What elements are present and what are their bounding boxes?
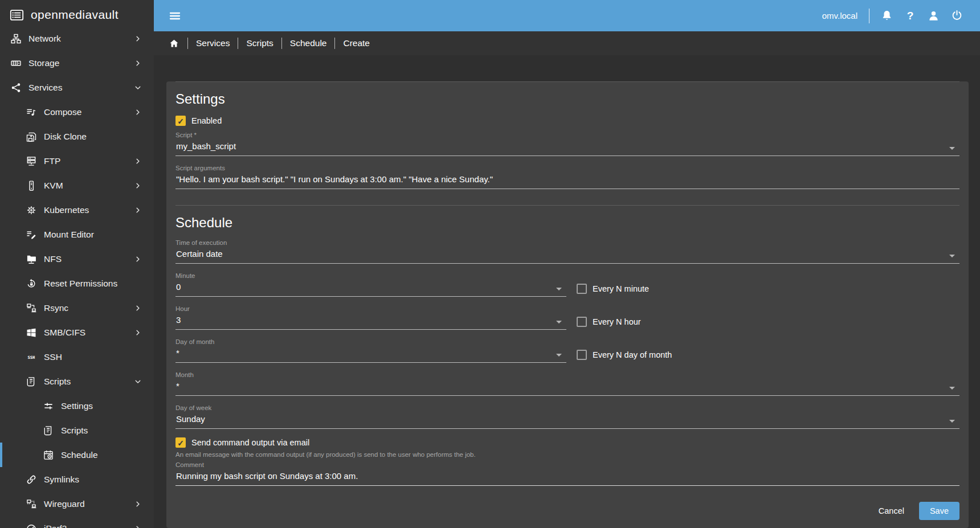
script-select-field[interactable]: Script * my_bash_script: [175, 132, 959, 156]
script-arguments-value: "Hello. I am your bash script." "I run o…: [176, 174, 493, 184]
save-button[interactable]: Save: [919, 502, 959, 520]
lan-icon: [10, 33, 22, 44]
hour-field[interactable]: Hour 3: [175, 305, 566, 330]
chevron-right-icon: [134, 35, 142, 43]
section-divider: [175, 81, 959, 82]
month-field[interactable]: Month *: [175, 371, 959, 396]
comment-field[interactable]: Comment Running my bash script on Sunday…: [175, 461, 959, 486]
sidebar-item-nfs[interactable]: NFS: [0, 247, 154, 271]
folder-network-icon: [26, 253, 37, 265]
help-button[interactable]: [899, 9, 922, 22]
day-of-month-value: *: [176, 348, 179, 358]
breadcrumb-item-create[interactable]: Create: [343, 38, 370, 48]
every-n-day-of-month-checkbox[interactable]: Every N day of month: [577, 350, 672, 360]
month-label: Month: [175, 371, 959, 378]
breadcrumb-item-services[interactable]: Services: [196, 38, 230, 48]
breadcrumb-separator: [187, 38, 188, 49]
sidebar-item-label: Wireguard: [44, 499, 85, 509]
breadcrumb-separator: [238, 38, 238, 49]
breadcrumb-item-schedule[interactable]: Schedule: [290, 38, 327, 48]
checkbox-icon: ✓: [175, 437, 186, 448]
sidebar-item-ssh[interactable]: SSH: [0, 345, 154, 369]
script-icon: [26, 376, 37, 387]
every-n-minute-checkbox[interactable]: Every N minute: [577, 284, 649, 294]
playlist-music-icon: [26, 107, 37, 118]
sidebar-item-ftp[interactable]: FTP: [0, 149, 154, 173]
floppy-multiple-icon: [26, 131, 37, 142]
sidebar-item-mount-editor[interactable]: Mount Editor: [0, 222, 154, 247]
sidebar-item-wireguard[interactable]: Wireguard: [0, 492, 154, 516]
topbar-divider: [869, 9, 869, 23]
comment-control: Running my bash script on Sundays at 3:0…: [175, 470, 959, 486]
send-email-checkbox[interactable]: ✓ Send command output via email: [175, 437, 959, 448]
sidebar-item-label: NFS: [44, 254, 62, 264]
checkbox-icon: [577, 350, 587, 360]
sidebar-item-label: Rsync: [44, 303, 68, 313]
sidebar-item-label: SMB/CIFS: [44, 328, 85, 338]
sidebar-item-iperf3[interactable]: iPerf3: [0, 516, 154, 528]
script-icon: [43, 425, 54, 436]
sidebar-item-symlinks[interactable]: Symlinks: [0, 467, 154, 492]
settings-section-title: Settings: [175, 91, 959, 107]
day-of-week-field[interactable]: Day of week Sunday: [175, 404, 959, 429]
sidebar-item-scripts[interactable]: Scripts: [0, 418, 154, 443]
sidebar-item-label: iPerf3: [44, 523, 67, 528]
time-of-execution-field[interactable]: Time of execution Certain date: [175, 239, 959, 264]
chevron-right-icon: [134, 157, 142, 165]
sidebar-item-compose[interactable]: Compose: [0, 100, 154, 124]
minute-value: 0: [176, 282, 181, 292]
minute-field[interactable]: Minute 0: [175, 272, 566, 297]
sidebar-item-label: KVM: [44, 181, 63, 191]
home-icon[interactable]: [169, 38, 179, 49]
sidebar-item-kubernetes[interactable]: Kubernetes: [0, 198, 154, 222]
sidebar-item-smb-cifs[interactable]: SMB/CIFS: [0, 320, 154, 345]
breadcrumb-item-scripts[interactable]: Scripts: [246, 38, 273, 48]
enabled-checkbox[interactable]: ✓ Enabled: [175, 116, 959, 126]
topbar: omv.local: [154, 0, 980, 31]
app-logo[interactable]: openmediavault: [0, 0, 154, 30]
sidebar-item-scripts[interactable]: Scripts: [0, 369, 154, 394]
sidebar-item-rsync[interactable]: Rsync: [0, 296, 154, 320]
sidebar-item-reset-permissions[interactable]: Reset Permissions: [0, 271, 154, 296]
sidebar-item-schedule[interactable]: Schedule: [0, 443, 154, 467]
minute-row: Minute 0 Every N minute: [175, 272, 959, 305]
sidebar-item-label: Services: [28, 83, 62, 93]
account-button[interactable]: [922, 9, 945, 22]
sidebar-item-disk-clone[interactable]: Disk Clone: [0, 124, 154, 149]
topbar-icons: [875, 9, 969, 22]
sidebar-item-label: Kubernetes: [44, 205, 89, 215]
month-control: *: [175, 380, 959, 396]
server-network-icon: [26, 155, 37, 167]
script-arguments-label: Script arguments: [175, 165, 959, 171]
sidebar-item-storage[interactable]: Storage: [0, 51, 154, 75]
sidebar-item-label: Settings: [61, 401, 93, 411]
menu-icon: [168, 9, 182, 23]
chevron-right-icon: [134, 500, 142, 508]
comment-value: Running my bash script on Sundays at 3:0…: [176, 471, 358, 481]
sidebar-item-services[interactable]: Services: [0, 75, 154, 100]
day-of-week-value: Sunday: [176, 414, 205, 424]
power-button[interactable]: [945, 9, 969, 22]
sidebar-item-label: SSH: [44, 352, 62, 362]
script-select-value: my_bash_script: [176, 141, 236, 151]
hour-label: Hour: [175, 305, 566, 312]
ssh-icon: [26, 351, 37, 363]
day-of-month-field[interactable]: Day of month *: [175, 338, 566, 363]
bell-button[interactable]: [875, 9, 899, 22]
day-of-month-control: *: [175, 347, 566, 363]
sidebar-item-kvm[interactable]: KVM: [0, 173, 154, 198]
sidebar-item-network[interactable]: Network: [0, 26, 154, 51]
time-of-execution-value: Certain date: [176, 249, 223, 259]
month-value: *: [176, 381, 179, 391]
script-arguments-field[interactable]: Script arguments "Hello. I am your bash …: [175, 165, 959, 189]
tune-icon: [43, 400, 54, 412]
every-n-hour-checkbox[interactable]: Every N hour: [577, 317, 641, 327]
sidebar-item-label: Scripts: [44, 376, 71, 387]
sidebar-item-settings[interactable]: Settings: [0, 394, 154, 418]
enabled-checkbox-label: Enabled: [191, 116, 222, 125]
ship-wheel-icon: [26, 204, 37, 216]
menu-button[interactable]: [168, 9, 182, 23]
sidebar-item-label: Mount Editor: [44, 230, 94, 240]
cancel-button[interactable]: Cancel: [869, 502, 913, 520]
time-of-execution-control: Certain date: [175, 248, 959, 264]
